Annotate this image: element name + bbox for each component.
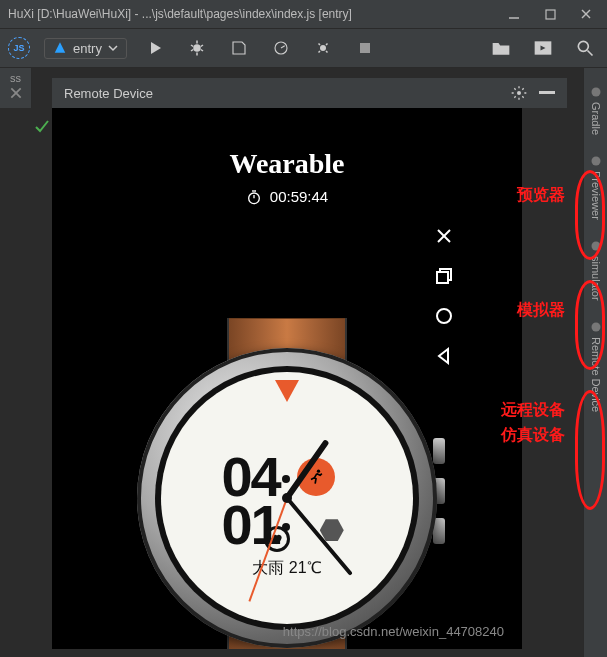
main-toolbar: JS entry — [0, 28, 607, 68]
coverage-icon[interactable] — [225, 34, 253, 62]
watermark: https://blog.csdn.net/weixin_44708240 — [283, 624, 504, 639]
stopwatch-icon — [246, 189, 262, 205]
rail-previewer[interactable]: Previewer — [590, 149, 602, 226]
svg-point-24 — [317, 469, 320, 472]
timer-value: 00:59:44 — [270, 188, 328, 205]
previewer-icon — [590, 155, 602, 167]
chevron-down-icon — [108, 43, 118, 53]
folder-icon[interactable] — [487, 34, 515, 62]
svg-line-16 — [588, 51, 593, 56]
gradle-icon — [590, 86, 602, 98]
panel-header: Remote Device — [52, 78, 567, 108]
device-multitask-icon[interactable] — [434, 266, 458, 290]
svg-point-19 — [517, 91, 521, 95]
svg-point-12 — [320, 45, 326, 51]
refresh-js-icon[interactable]: JS — [8, 37, 30, 59]
app-logo-icon — [53, 41, 67, 55]
checkmark-icon — [34, 118, 50, 134]
close-tab-icon[interactable] — [9, 86, 23, 100]
run-config-dropdown[interactable]: entry — [44, 38, 127, 59]
device-close-icon[interactable] — [434, 226, 458, 250]
debug-icon[interactable] — [183, 34, 211, 62]
left-gutter: ss — [0, 68, 32, 108]
watch-bezel: 04 01 大雨 21℃ — [137, 348, 437, 648]
right-tool-rail: Gradle Previewer simulator Remote Device — [583, 68, 607, 657]
device-preview: Wearable 00:59:44 04 01 — [52, 108, 522, 649]
svg-point-28 — [437, 309, 451, 323]
run-config-label: entry — [73, 41, 102, 56]
svg-point-30 — [591, 157, 600, 166]
triangle-marker-icon — [275, 380, 299, 402]
device-back-icon[interactable] — [434, 346, 458, 370]
svg-rect-1 — [546, 10, 555, 19]
close-icon[interactable] — [577, 5, 595, 23]
svg-line-10 — [201, 50, 203, 52]
maximize-icon[interactable] — [541, 5, 559, 23]
goto-icon[interactable] — [529, 34, 557, 62]
window-title: HuXi [D:\HuaWei\HuXi] - ...\js\default\p… — [8, 7, 505, 21]
simulator-icon — [590, 240, 602, 252]
svg-rect-20 — [539, 91, 555, 94]
search-icon[interactable] — [571, 34, 599, 62]
svg-rect-27 — [437, 272, 448, 283]
run-icon[interactable] — [141, 34, 169, 62]
svg-point-15 — [578, 41, 588, 51]
watch-dial: 04 01 大雨 21℃ — [161, 372, 413, 624]
minimize-icon[interactable] — [505, 5, 523, 23]
profiler-icon[interactable] — [267, 34, 295, 62]
watch-crown — [433, 438, 445, 464]
svg-point-31 — [591, 241, 600, 250]
stop-icon[interactable] — [351, 34, 379, 62]
svg-point-21 — [248, 193, 259, 204]
attach-debugger-icon[interactable] — [309, 34, 337, 62]
annotation-simulator: 模拟器 — [517, 300, 565, 321]
svg-point-29 — [591, 88, 600, 97]
svg-line-9 — [191, 50, 193, 52]
device-home-icon[interactable] — [434, 306, 458, 330]
annotation-previewer: 预览器 — [517, 185, 565, 206]
colon-dot — [282, 475, 290, 483]
svg-line-7 — [191, 45, 193, 47]
device-title: Wearable — [52, 148, 522, 180]
svg-line-8 — [201, 45, 203, 47]
remote-device-icon — [590, 321, 602, 333]
gear-icon[interactable] — [511, 85, 527, 101]
rail-remote-device[interactable]: Remote Device — [590, 315, 602, 418]
left-gutter-label: ss — [10, 72, 21, 84]
rail-simulator[interactable]: simulator — [590, 234, 602, 307]
minimize-panel-icon[interactable] — [539, 91, 555, 95]
watch: 04 01 大雨 21℃ — [107, 318, 467, 649]
rail-gradle[interactable]: Gradle — [590, 80, 602, 141]
center-pin — [282, 493, 292, 503]
svg-point-32 — [591, 322, 600, 331]
panel-title: Remote Device — [64, 86, 153, 101]
window-titlebar: HuXi [D:\HuaWei\HuXi] - ...\js\default\p… — [0, 0, 607, 28]
svg-rect-13 — [360, 43, 370, 53]
svg-point-4 — [193, 44, 201, 52]
